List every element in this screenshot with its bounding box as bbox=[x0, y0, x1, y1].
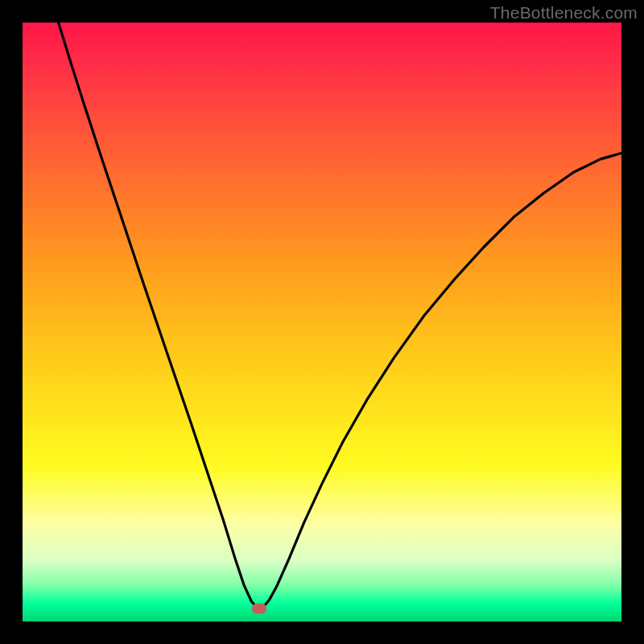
chart-svg bbox=[23, 23, 621, 621]
bottleneck-curve bbox=[59, 23, 621, 609]
optimal-point-marker bbox=[252, 603, 266, 613]
chart-plot-area bbox=[23, 23, 621, 621]
watermark-text: TheBottleneck.com bbox=[490, 3, 638, 23]
